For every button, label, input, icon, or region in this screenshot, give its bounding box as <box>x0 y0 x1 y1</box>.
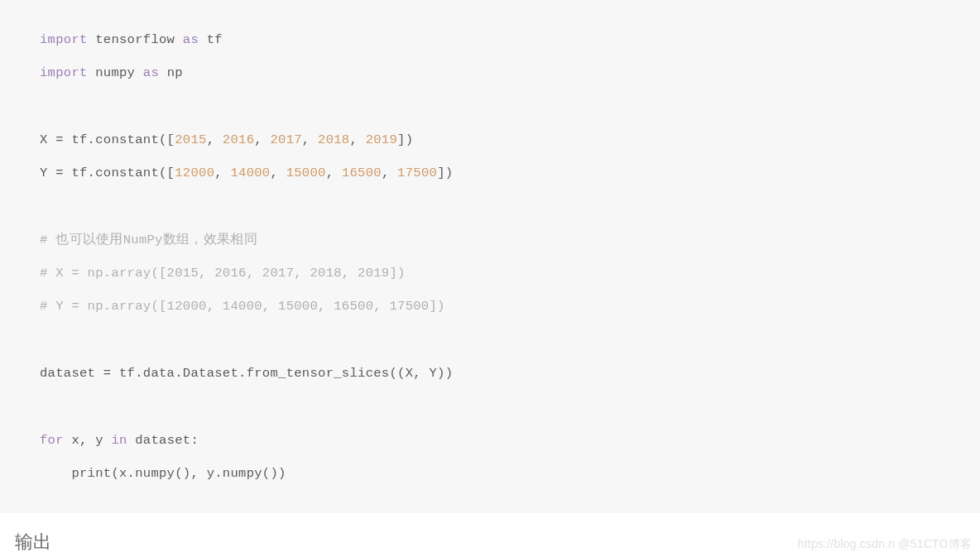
code-token: 15000 <box>286 166 326 180</box>
code-token: ]) <box>437 166 453 180</box>
code-token: tf <box>199 32 223 47</box>
code-token: , <box>302 132 318 147</box>
code-token: Y = tf.constant([ <box>40 166 175 180</box>
code-token: X = tf.constant([ <box>40 132 175 147</box>
code-token: import <box>40 32 88 47</box>
code-line: # X = np.array([2015, 2016, 2017, 2018, … <box>40 266 406 281</box>
code-token: , <box>214 166 230 180</box>
code-token: for <box>40 433 64 448</box>
code-token: numpy <box>88 65 143 80</box>
code-token: , <box>382 166 397 180</box>
code-line: import numpy as np <box>40 65 183 80</box>
code-token: import <box>40 65 88 80</box>
code-token: # Y = np.array([12000, 14000, 15000, 165… <box>40 299 445 314</box>
code-token: # 也可以使用NumPy数组，效果相同 <box>40 233 257 247</box>
code-token: , <box>326 166 342 180</box>
code-token: 2016 <box>223 132 254 147</box>
code-line: X = tf.constant([2015, 2016, 2017, 2018,… <box>40 132 413 147</box>
code-token: 14000 <box>230 166 270 180</box>
code-token: np <box>159 65 183 80</box>
code-token: , <box>349 132 365 147</box>
code-line: Y = tf.constant([12000, 14000, 15000, 16… <box>40 166 453 180</box>
code-token: tensorflow <box>88 32 183 47</box>
code-token: as <box>183 32 199 47</box>
code-line: for x, y in dataset: <box>40 433 199 448</box>
code-line: dataset = tf.data.Dataset.from_tensor_sl… <box>40 366 453 381</box>
code-token: , <box>254 132 270 147</box>
code-token: # X = np.array([2015, 2016, 2017, 2018, … <box>40 266 406 281</box>
code-line: import tensorflow as tf <box>40 32 223 47</box>
code-token: dataset = tf.data.Dataset.from_tensor_sl… <box>40 366 453 381</box>
code-line: # 也可以使用NumPy数组，效果相同 <box>40 233 257 247</box>
code-token: 12000 <box>175 166 214 180</box>
code-token: , <box>270 166 286 180</box>
code-block: import tensorflow as tf import numpy as … <box>0 0 980 513</box>
code-token: 16500 <box>342 166 382 180</box>
code-line: print(x.numpy(), y.numpy()) <box>40 466 286 481</box>
watermark-text: https://blog.csdn.n @51CTO博客 <box>798 537 972 552</box>
code-token: , <box>207 132 223 147</box>
code-token: in <box>111 433 127 448</box>
code-line: # Y = np.array([12000, 14000, 15000, 165… <box>40 299 445 314</box>
code-token: ]) <box>397 132 413 147</box>
code-token: x, y <box>64 433 112 448</box>
code-token: 2019 <box>366 132 397 147</box>
code-token: 2018 <box>318 132 349 147</box>
code-token: 17500 <box>397 166 437 180</box>
code-token: 2017 <box>270 132 301 147</box>
code-token: as <box>143 65 159 80</box>
code-token: dataset: <box>127 433 199 448</box>
code-token: 2015 <box>175 132 206 147</box>
code-token: print(x.numpy(), y.numpy()) <box>40 466 286 481</box>
